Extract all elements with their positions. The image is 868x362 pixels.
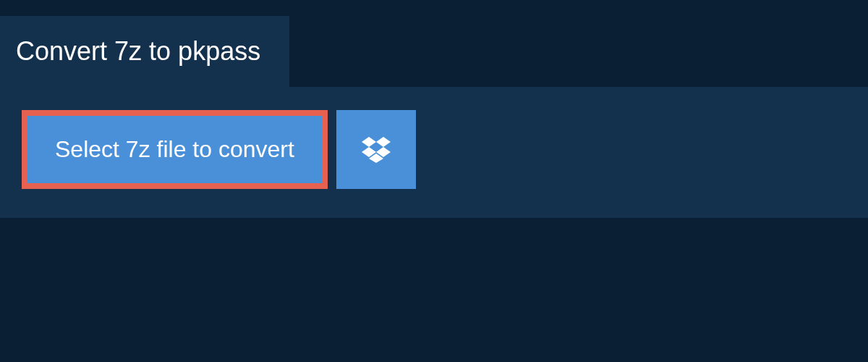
- svg-marker-1: [376, 137, 391, 147]
- convert-panel: Select 7z file to convert: [0, 87, 868, 218]
- button-row: Select 7z file to convert: [22, 110, 846, 189]
- svg-marker-0: [362, 137, 376, 147]
- select-file-button-label: Select 7z file to convert: [55, 136, 294, 163]
- select-file-button[interactable]: Select 7z file to convert: [22, 110, 328, 189]
- convert-tab[interactable]: Convert 7z to pkpass: [0, 16, 289, 87]
- dropbox-icon: [362, 137, 391, 163]
- dropbox-button[interactable]: [336, 110, 416, 189]
- tab-title: Convert 7z to pkpass: [16, 36, 260, 66]
